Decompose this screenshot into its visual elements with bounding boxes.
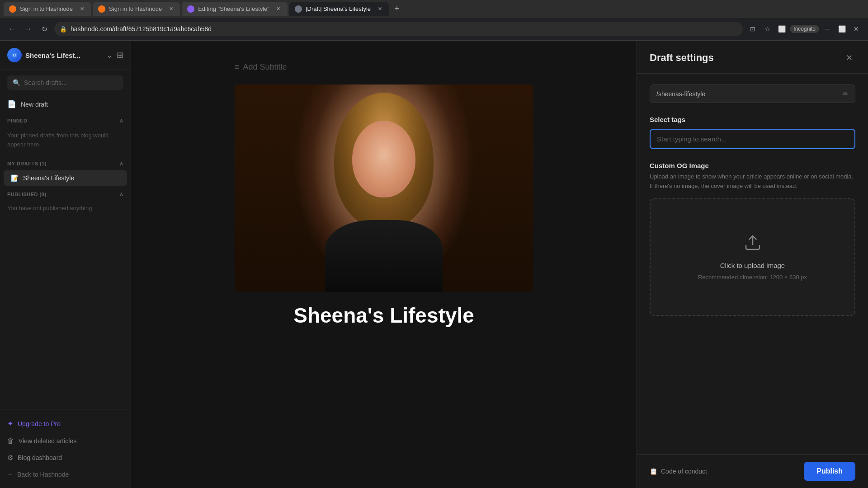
view-deleted-label: View deleted articles xyxy=(19,437,76,445)
tab-2-label: Sign in to Hashnode xyxy=(109,5,162,12)
tab-4-close[interactable]: ✕ xyxy=(376,5,383,13)
extension-icon[interactable]: ⬜ xyxy=(775,23,788,35)
tab-4-favicon xyxy=(295,5,302,13)
lock-icon: 🔒 xyxy=(60,26,67,33)
view-deleted-articles-button[interactable]: 🗑 View deleted articles xyxy=(0,432,131,449)
tab-1-close[interactable]: ✕ xyxy=(78,5,85,13)
cast-icon[interactable]: ⊡ xyxy=(746,23,759,35)
address-text: hashnode.com/draft/657125b819c1a9abc6cab… xyxy=(71,25,212,33)
app-layout: H Sheena's Lifest... ⌄ ⊞ 🔍 📄 New draft P… xyxy=(0,41,868,488)
close-panel-button[interactable]: ✕ xyxy=(843,52,855,64)
sidebar-search[interactable]: 🔍 xyxy=(7,75,123,90)
tab-3[interactable]: Editing "Sheena's Lifestyle" ✕ xyxy=(182,2,288,16)
upload-icon xyxy=(744,234,762,255)
tab-4[interactable]: [Draft] Sheena's Lifestyle ✕ xyxy=(289,2,389,16)
back-button[interactable]: ← xyxy=(5,23,18,35)
toolbar-icons: ⊡ ☆ ⬜ Incognito ─ ⬜ ✕ xyxy=(746,23,863,35)
editor-content: ≡ Add Subtitle Sheena's Lifestyle xyxy=(226,41,542,346)
draft-item-sheenas-lifestyle[interactable]: 📝 Sheena's Lifestyle xyxy=(4,170,127,186)
code-of-conduct-icon: 📋 xyxy=(650,468,657,475)
article-cover-image xyxy=(235,84,533,292)
slug-edit-icon[interactable]: ✏ xyxy=(843,89,849,98)
article-title: Sheena's Lifestyle xyxy=(235,303,533,328)
sidebar-header: H Sheena's Lifest... ⌄ ⊞ xyxy=(0,41,131,70)
portrait-face xyxy=(352,121,415,197)
my-drafts-chevron-icon[interactable]: ∧ xyxy=(119,160,124,167)
add-subtitle-button[interactable]: ≡ Add Subtitle xyxy=(235,59,533,75)
deleted-icon: 🗑 xyxy=(7,437,14,445)
back-label: Back to Hashnode xyxy=(17,471,69,478)
slug-value: /sheenas-lifestyle xyxy=(656,90,839,98)
close-window-button[interactable]: ✕ xyxy=(850,23,863,35)
reload-button[interactable]: ↻ xyxy=(38,23,51,35)
panel-footer: 📋 Code of conduct Publish xyxy=(637,454,868,488)
main-editor[interactable]: ≡ Add Subtitle Sheena's Lifestyle xyxy=(131,41,637,488)
tags-search-input[interactable] xyxy=(650,129,855,149)
tab-4-label: [Draft] Sheena's Lifestyle xyxy=(306,5,371,12)
draft-settings-panel: Draft settings ✕ /sheenas-lifestyle ✏ Se… xyxy=(637,41,868,488)
panel-body: /sheenas-lifestyle ✏ Select tags Custom … xyxy=(637,74,868,454)
tab-3-favicon xyxy=(187,5,194,13)
code-of-conduct-button[interactable]: 📋 Code of conduct xyxy=(650,468,707,475)
og-image-label: Custom OG Image xyxy=(650,162,855,169)
upgrade-label: Upgrade to Pro xyxy=(18,420,61,427)
my-drafts-section-header[interactable]: MY DRAFTS (1) ∧ xyxy=(0,156,131,169)
add-draft-icon[interactable]: ⊞ xyxy=(117,50,123,60)
tab-2-close[interactable]: ✕ xyxy=(167,5,175,13)
svg-text:H: H xyxy=(13,53,16,57)
tab-3-close[interactable]: ✕ xyxy=(275,5,282,13)
panel-header: Draft settings ✕ xyxy=(637,41,868,74)
portrait-clothes xyxy=(325,220,443,292)
tab-1[interactable]: Sign in to Hashnode ✕ xyxy=(4,2,91,16)
portrait-container xyxy=(235,84,533,292)
published-chevron-icon[interactable]: ∧ xyxy=(119,191,124,197)
chevron-down-icon[interactable]: ⌄ xyxy=(106,50,113,60)
forward-button[interactable]: → xyxy=(22,23,34,35)
browser-toolbar: ← → ↻ 🔒 hashnode.com/draft/657125b819c1a… xyxy=(0,18,868,40)
my-drafts-section: MY DRAFTS (1) ∧ 📝 Sheena's Lifestyle xyxy=(0,156,131,187)
address-bar[interactable]: 🔒 hashnode.com/draft/657125b819c1a9abc6c… xyxy=(54,22,743,36)
tab-2-favicon xyxy=(98,5,105,13)
new-draft-icon: 📄 xyxy=(7,100,16,108)
upgrade-to-pro-button[interactable]: ✦ Upgrade to Pro xyxy=(0,415,131,432)
pinned-chevron-icon[interactable]: ∧ xyxy=(119,117,124,124)
new-draft-button[interactable]: 📄 New draft xyxy=(0,95,131,113)
slug-field[interactable]: /sheenas-lifestyle ✏ xyxy=(650,84,855,103)
pinned-empty-text: Your pinned drafts from this blog would … xyxy=(0,127,131,156)
blog-logo: H xyxy=(7,48,22,62)
og-image-desc: Upload an image to show when your articl… xyxy=(650,172,855,191)
star-icon[interactable]: ☆ xyxy=(761,23,774,35)
search-icon: 🔍 xyxy=(13,79,20,86)
my-drafts-label: MY DRAFTS (1) xyxy=(7,161,47,166)
draft-item-label: Sheena's Lifestyle xyxy=(23,174,74,182)
upload-area[interactable]: Click to upload image Recommended dimens… xyxy=(650,198,855,316)
back-to-hashnode-button[interactable]: ← Back to Hashnode xyxy=(0,466,131,483)
browser-tabs: Sign in to Hashnode ✕ Sign in to Hashnod… xyxy=(0,0,868,18)
blog-dashboard-button[interactable]: ⚙ Blog dashboard xyxy=(0,449,131,466)
maximize-button[interactable]: ⬜ xyxy=(835,23,848,35)
published-section: PUBLISHED (0) ∧ You have not published a… xyxy=(0,187,131,219)
dashboard-icon: ⚙ xyxy=(7,454,13,462)
upgrade-icon: ✦ xyxy=(7,419,13,428)
tab-1-favicon xyxy=(9,5,16,13)
pinned-section: PINNED ∧ Your pinned drafts from this bl… xyxy=(0,113,131,156)
new-draft-label: New draft xyxy=(21,101,48,108)
select-tags-label: Select tags xyxy=(650,116,855,123)
draft-icon: 📝 xyxy=(11,174,19,182)
upload-text: Click to upload image xyxy=(720,262,785,269)
minimize-button[interactable]: ─ xyxy=(821,23,834,35)
sidebar: H Sheena's Lifest... ⌄ ⊞ 🔍 📄 New draft P… xyxy=(0,41,131,488)
blog-name: Sheena's Lifest... xyxy=(25,52,103,59)
upload-hint: Recommended dimension: 1200 × 630 px xyxy=(698,274,807,281)
published-label: PUBLISHED (0) xyxy=(7,192,47,197)
back-arrow-icon: ← xyxy=(7,471,14,478)
pinned-section-header[interactable]: PINNED ∧ xyxy=(0,113,131,127)
tab-2[interactable]: Sign in to Hashnode ✕ xyxy=(93,2,180,16)
search-input[interactable] xyxy=(24,79,118,86)
published-section-header[interactable]: PUBLISHED (0) ∧ xyxy=(0,187,131,200)
sidebar-header-icons: ⌄ ⊞ xyxy=(106,50,123,60)
publish-button[interactable]: Publish xyxy=(804,462,855,481)
new-tab-button[interactable]: + xyxy=(391,3,403,15)
subtitle-icon: ≡ xyxy=(235,62,240,72)
og-image-section: Custom OG Image Upload an image to show … xyxy=(650,162,855,316)
